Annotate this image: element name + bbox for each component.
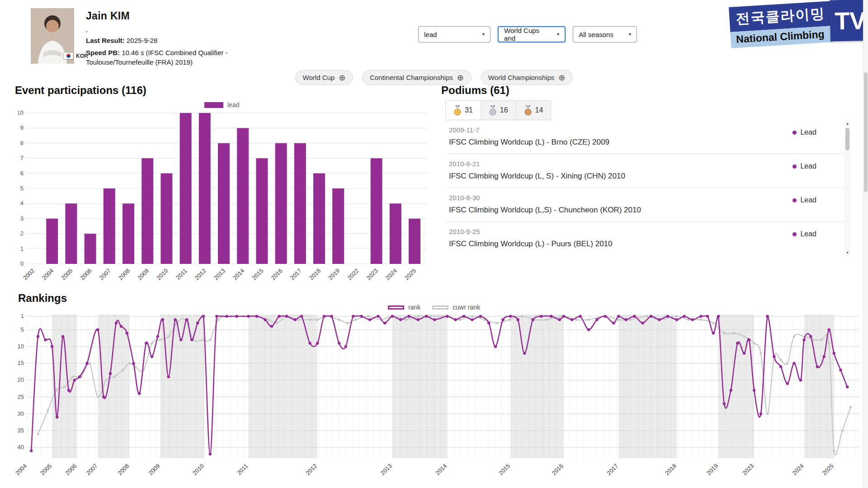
- svg-text:2007: 2007: [85, 463, 99, 477]
- podium-row[interactable]: 2010-9-25 IFSC Climbing Worldcup (L) - P…: [445, 222, 850, 256]
- svg-text:5: 5: [21, 326, 24, 333]
- svg-text:2004: 2004: [41, 267, 55, 282]
- season-select[interactable]: All seasons ▼: [573, 26, 637, 42]
- discipline-dot: [793, 232, 797, 236]
- svg-text:2004: 2004: [16, 463, 28, 477]
- athlete-name: Jain KIM: [86, 10, 285, 22]
- category-chips: World Cup ⊕ Continental Championships ⊕ …: [0, 70, 868, 85]
- speed-pb-label: Speed PB:: [86, 49, 120, 56]
- podium-row[interactable]: 2010-8-30 IFSC Climbing Worldcup (L,S) -…: [445, 188, 850, 222]
- svg-text:2017: 2017: [605, 463, 619, 477]
- svg-text:25: 25: [18, 394, 24, 400]
- svg-text:2013: 2013: [212, 267, 226, 282]
- svg-text:2016: 2016: [551, 463, 565, 477]
- podium-event: IFSC Climbing Worldcup (L, S) - Xining (…: [449, 172, 625, 181]
- medal-tabs: 31 16 14: [445, 100, 551, 120]
- logo-tv-text: TV: [830, 0, 868, 41]
- podium-event: IFSC Climbing Worldcup (L) - Brno (CZE) …: [449, 138, 609, 147]
- podium-row[interactable]: 2009-11-7 IFSC Climbing Worldcup (L) - B…: [445, 120, 850, 154]
- last-result-value: 2025-9-28: [127, 37, 157, 44]
- svg-text:2009: 2009: [147, 463, 161, 477]
- site-logo: 전국클라이밍 National Climbing TV: [729, 0, 868, 48]
- scroll-up-icon[interactable]: ▲: [844, 122, 850, 126]
- speed-pb: Speed PB: 10.46 s (IFSC Combined Qualifi…: [86, 48, 285, 67]
- svg-text:20: 20: [18, 376, 24, 383]
- filter-controls: lead ▼ World Cups and ▼ All seasons ▼: [418, 26, 637, 42]
- svg-text:40: 40: [18, 444, 24, 450]
- gold-count: 31: [465, 106, 473, 114]
- podium-date: 2010-8-21: [449, 160, 625, 168]
- page: KOR Jain KIM , Last Result: 2025-9-28 Sp…: [0, 0, 868, 488]
- svg-text:2008: 2008: [117, 267, 131, 282]
- rankings-legend: rank cuwr rank: [0, 304, 868, 311]
- svg-text:2018: 2018: [664, 463, 678, 477]
- chip-continental-championships[interactable]: Continental Championships ⊕: [362, 70, 472, 85]
- svg-text:2016: 2016: [270, 267, 284, 282]
- svg-text:3: 3: [20, 215, 24, 222]
- chevron-down-icon: ▼: [556, 32, 560, 37]
- page-scrollbar-thumb[interactable]: [864, 72, 868, 192]
- discipline-dot: [793, 131, 797, 135]
- svg-text:8: 8: [20, 140, 24, 146]
- season-select-value: All seasons: [579, 31, 613, 38]
- podium-list-scrollbar[interactable]: ▲ ▼: [844, 120, 850, 256]
- podium-date: 2010-9-25: [449, 228, 613, 235]
- chip-world-championships[interactable]: World Championships ⊕: [481, 70, 573, 85]
- svg-text:2025: 2025: [821, 463, 835, 477]
- discipline-select-value: lead: [424, 31, 437, 38]
- athlete-info: Jain KIM , Last Result: 2025-9-28 Speed …: [86, 10, 285, 67]
- svg-text:2006: 2006: [64, 463, 78, 477]
- svg-text:2009: 2009: [136, 267, 150, 282]
- podiums-title: Podiums (61): [441, 84, 509, 97]
- svg-text:7: 7: [20, 155, 24, 161]
- bar-chart-legend: lead: [204, 101, 239, 108]
- podium-row[interactable]: 2010-8-21 IFSC Climbing Worldcup (L, S) …: [445, 154, 850, 188]
- svg-text:0: 0: [20, 260, 24, 267]
- event-type-select-value: World Cups and: [504, 27, 552, 42]
- svg-text:1: 1: [20, 245, 24, 252]
- svg-text:2012: 2012: [193, 267, 208, 282]
- bronze-medal-icon: [524, 105, 532, 116]
- podium-event: IFSC Climbing Worldcup (L,S) - Chuncheon…: [449, 206, 641, 215]
- svg-text:30: 30: [18, 410, 24, 417]
- silver-count: 16: [500, 106, 508, 114]
- bronze-count: 14: [535, 106, 543, 114]
- discipline-select[interactable]: lead ▼: [418, 26, 491, 42]
- gold-medal-icon: [453, 105, 462, 116]
- svg-text:2011: 2011: [236, 463, 249, 476]
- scrollbar-thumb[interactable]: [845, 128, 849, 150]
- page-scrollbar[interactable]: [863, 0, 868, 488]
- last-result-label: Last Result:: [86, 37, 125, 44]
- svg-text:2017: 2017: [289, 267, 303, 282]
- tab-gold-medals[interactable]: 31: [446, 101, 481, 120]
- svg-text:2015: 2015: [250, 267, 264, 282]
- chip-world-champs-label: World Championships: [488, 74, 554, 81]
- chip-world-cup[interactable]: World Cup ⊕: [295, 70, 354, 85]
- svg-text:2018: 2018: [308, 267, 322, 282]
- scroll-down-icon[interactable]: ▼: [844, 251, 850, 255]
- plus-circle-icon: ⊕: [457, 74, 464, 82]
- event-type-select[interactable]: World Cups and ▼: [498, 26, 566, 42]
- tab-bronze-medals[interactable]: 14: [516, 101, 551, 120]
- plus-circle-icon: ⊕: [339, 74, 345, 82]
- country-code: KOR: [76, 53, 88, 59]
- svg-text:2025: 2025: [403, 267, 417, 282]
- last-result: Last Result: 2025-9-28: [86, 36, 285, 45]
- podium-discipline: Lead: [800, 230, 816, 238]
- svg-text:2006: 2006: [79, 267, 93, 282]
- silver-medal-icon: [489, 105, 497, 116]
- tab-silver-medals[interactable]: 16: [481, 101, 516, 120]
- svg-text:10: 10: [18, 109, 24, 116]
- svg-text:2022: 2022: [346, 267, 360, 282]
- svg-text:2024: 2024: [791, 463, 805, 477]
- svg-text:1: 1: [21, 313, 24, 319]
- svg-text:2023: 2023: [365, 267, 379, 282]
- chip-continental-label: Continental Championships: [370, 74, 453, 81]
- svg-text:6: 6: [20, 170, 24, 177]
- rank-legend-label: rank: [408, 304, 420, 311]
- podium-event: IFSC Climbing Worldcup (L) - Puurs (BEL)…: [449, 239, 613, 249]
- discipline-dot: [793, 198, 797, 202]
- country-badge: KOR: [63, 52, 88, 59]
- svg-text:10: 10: [18, 343, 24, 350]
- svg-text:2012: 2012: [304, 463, 318, 477]
